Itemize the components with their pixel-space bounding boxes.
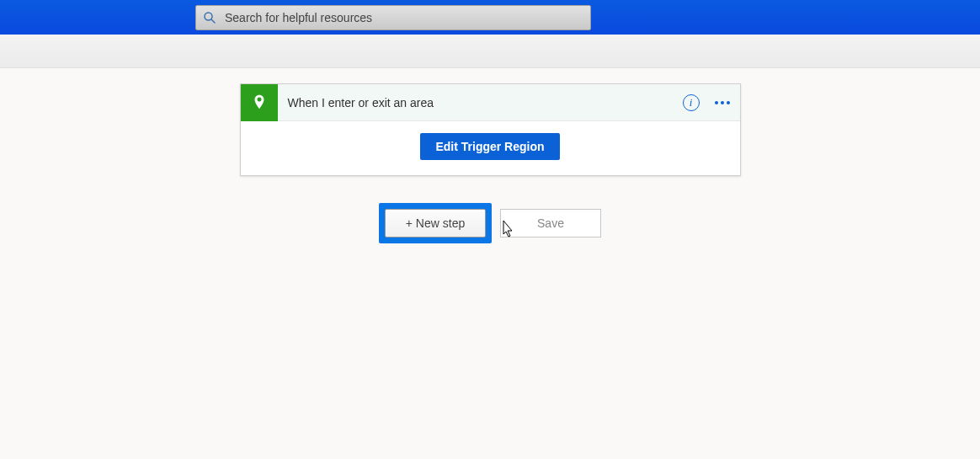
more-options-icon[interactable]: [715, 101, 730, 104]
trigger-card-body: Edit Trigger Region: [241, 121, 740, 175]
toolbar-strip: [0, 35, 980, 68]
flow-canvas: When I enter or exit an area i Edit Trig…: [0, 68, 980, 243]
edit-trigger-region-button[interactable]: Edit Trigger Region: [420, 133, 559, 160]
new-step-button[interactable]: + New step: [385, 209, 486, 238]
save-button[interactable]: Save: [500, 209, 601, 238]
new-step-highlight: + New step: [379, 203, 492, 243]
action-row: + New step Save: [379, 203, 601, 243]
trigger-card[interactable]: When I enter or exit an area i Edit Trig…: [240, 83, 741, 176]
location-icon: [241, 84, 278, 121]
search-icon: [203, 11, 216, 24]
top-nav-bar: Search for helpful resources: [0, 0, 980, 35]
trigger-card-header[interactable]: When I enter or exit an area i: [241, 84, 740, 121]
trigger-title: When I enter or exit an area: [278, 96, 683, 109]
search-placeholder: Search for helpful resources: [225, 11, 372, 24]
search-box[interactable]: Search for helpful resources: [195, 5, 591, 30]
info-icon[interactable]: i: [683, 94, 700, 111]
svg-line-1: [211, 19, 215, 23]
